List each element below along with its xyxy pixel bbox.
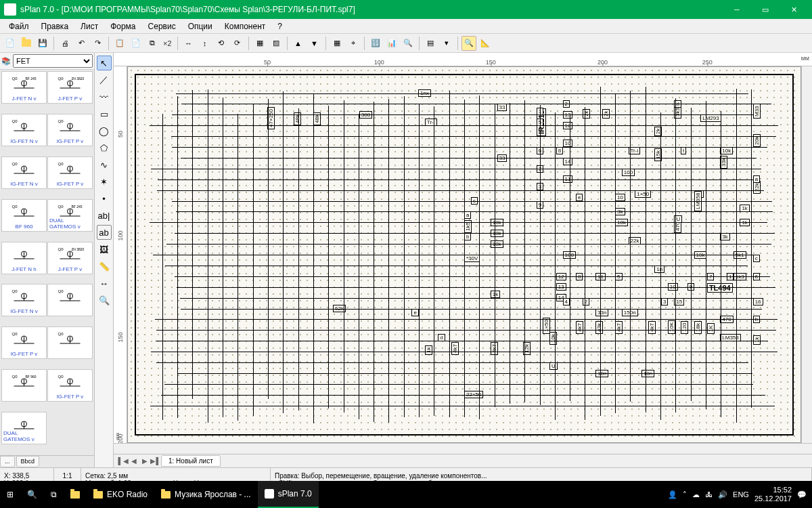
schematic-drawing[interactable]: 47×25048k48k3001nxTr-i3333IR211012513612… [135,74,794,436]
schematic-label[interactable]: t [681,147,686,154]
schematic-label[interactable]: 100 [622,169,635,176]
library-component[interactable]: Q0 [47,284,93,316]
schematic-label[interactable]: 120 [681,320,688,333]
library-component[interactable]: DUAL GATEMOS v [1,412,47,444]
pointer-tool[interactable]: ↖ [97,56,112,70]
page-prev[interactable]: ◀ [129,456,139,467]
layers-button[interactable]: ▤ [423,36,438,51]
menu-edit[interactable]: Правка [35,20,75,33]
library-component[interactable]: Q0IG-FET N v [1,156,47,189]
schematic-label[interactable]: c [753,255,760,262]
menu-help[interactable]: ? [271,20,288,33]
line-tool[interactable]: ／ [97,72,112,87]
schematic-label[interactable]: 43k [595,321,603,334]
taskbar-app[interactable]: EKO Radio [87,481,154,508]
ungroup-button[interactable]: ▨ [269,36,284,51]
library-component[interactable]: Q0BF 245J-FET N v [1,71,47,104]
redo-button[interactable]: ↷ [90,36,105,51]
new-button[interactable]: 📄 [3,36,18,51]
renumber-button[interactable]: 🔢 [368,36,383,51]
schematic-label[interactable]: 10K [668,320,675,333]
rotate-l-button[interactable]: ⟲ [214,36,229,51]
menu-sheet[interactable]: Лист [74,20,104,33]
schematic-label[interactable]: a [753,175,760,183]
node-tool[interactable]: • [97,191,112,206]
taskbar-app[interactable]: Музика Ярослав - ... [154,481,258,508]
dimension-tool[interactable]: ↔ [97,276,112,291]
scrollbar-horizontal[interactable] [114,444,812,454]
layer-toggle-button[interactable]: ▾ [439,36,454,51]
scrollbar-vertical[interactable] [801,66,812,443]
front-button[interactable]: ▲ [291,36,306,51]
measure-button[interactable]: 📐 [478,36,493,51]
copy-button[interactable]: 📋 [112,36,127,51]
close-button[interactable]: ✕ [780,0,808,19]
schematic-label[interactable]: 33n [595,309,608,316]
schematic-label[interactable]: 4k7 [615,321,623,334]
schematic-label[interactable]: d [438,334,445,341]
schematic-label[interactable]: e [576,194,583,201]
schematic-label[interactable]: 4k7 [576,321,583,334]
page-next[interactable]: ▶ [139,456,150,467]
start-button[interactable]: ⊞ [0,481,20,508]
menu-service[interactable]: Сервис [142,20,182,33]
menu-file[interactable]: Файл [3,20,35,33]
search-button[interactable]: 🔍 [20,481,44,508]
paste-button[interactable]: 📄 [129,36,143,51]
grid-button[interactable]: ▦ [330,36,344,51]
schematic-label[interactable]: 4k7 [648,321,656,334]
textbox-tool[interactable]: ab [97,225,112,240]
circle-tool[interactable]: ◯ [97,123,112,138]
measure-tool[interactable]: 📏 [97,259,112,274]
schematic-label[interactable]: 14 [563,158,573,165]
group-button[interactable]: ▦ [252,36,267,51]
library-component[interactable]: Q0IG-FET P v [47,369,93,402]
library-component[interactable]: Q0IG-FET P v [47,114,93,146]
schematic-label[interactable]: 18k [694,321,702,334]
undo-button[interactable]: ↶ [74,36,89,51]
library-select[interactable]: FET [13,54,93,68]
zoom-tool-button[interactable]: 🔍 [461,36,476,51]
schematic-label[interactable]: Tr-i [425,119,437,126]
schematic-label[interactable]: LM358 [720,334,740,341]
search-button[interactable]: 🔍 [401,36,415,51]
maximize-button[interactable]: ▭ [751,0,780,19]
schematic-label[interactable]: 1K [707,323,715,334]
schematic-label[interactable]: 1n [654,266,664,273]
schematic-label[interactable]: M33 [753,104,761,119]
library-component[interactable]: Q0 [47,326,93,359]
open-button[interactable] [19,36,34,51]
schematic-label[interactable]: 16 [753,298,763,305]
menu-form[interactable]: Форма [104,20,141,33]
bom-button[interactable]: 📊 [384,36,399,51]
schematic-label[interactable]: b [464,233,471,240]
curve-tool[interactable]: ∿ [97,157,112,172]
page-tab[interactable]: 1: Новый лист [161,455,221,467]
library-component[interactable]: Q0IG-FET N v [1,284,47,316]
rotate-r-button[interactable]: ⟳ [230,36,245,51]
schematic-label[interactable]: TL494 [707,283,733,293]
schematic-label[interactable]: 10k [549,332,557,345]
tray-network-icon[interactable]: 🖧 [705,490,713,499]
schematic-label[interactable]: 1k [425,345,432,355]
tray-up-icon[interactable]: ˄ [683,490,687,499]
special-tool[interactable]: ✶ [97,174,112,189]
tray-clock[interactable]: 15:52 25.12.2017 [754,486,792,503]
taskbar-app[interactable]: sPlan 7.0 [258,481,319,508]
schematic-label[interactable]: 4 [563,298,570,305]
schematic-label[interactable]: 10 [563,140,573,147]
image-tool[interactable]: 🖼 [97,242,112,257]
library-component[interactable]: J-FET N h [1,242,47,274]
flip-h-button[interactable]: ↔ [181,36,196,51]
schematic-label[interactable]: a [464,211,471,219]
zoom-tool[interactable]: 🔍 [97,293,112,308]
schematic-label[interactable]: 2 [583,298,589,305]
schematic-label[interactable]: 8 [556,147,563,154]
schematic-label[interactable]: *30V [464,255,480,262]
schematic-label[interactable]: U [549,362,558,370]
schematic-label[interactable]: 3k [720,233,729,240]
schematic-label[interactable]: LM293 [700,114,721,122]
tray-notifications-icon[interactable]: 💬 [797,490,807,499]
snap-button[interactable]: ⌖ [346,36,361,51]
canvas[interactable]: 47×25048k48k3001nxTr-i3333IR211012513612… [127,66,801,443]
